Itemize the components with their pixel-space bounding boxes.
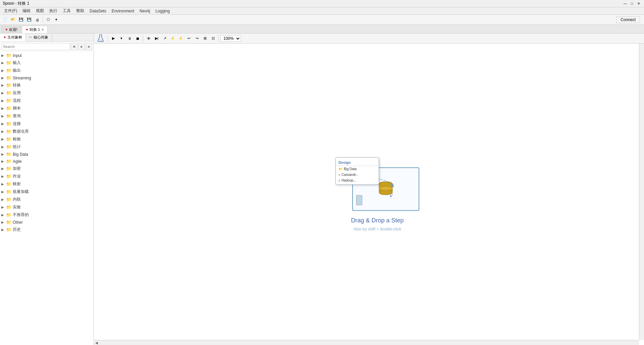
menubar-item-[interactable]: 视图: [33, 7, 47, 14]
menubar-item-neoj[interactable]: Neo4j: [137, 8, 153, 14]
print-button[interactable]: 🖨: [34, 16, 41, 23]
dropdown-item-cassandra: ≡ Cassandr...: [336, 172, 379, 178]
right-scrollbar[interactable]: [639, 44, 644, 340]
canvas-content[interactable]: Design 📁 Big Data ≡ Cassandr... ≡ Hadoop…: [94, 44, 644, 345]
folder-icon-3: 📁: [6, 75, 11, 80]
tree-label-12: 统计: [13, 144, 92, 150]
menubar-item-[interactable]: 编辑: [20, 7, 33, 14]
tree-item-8[interactable]: ▶ 📁 查询: [0, 112, 94, 120]
tree-arrow-14: ▶: [1, 159, 6, 163]
tree-label-3: Streaming: [13, 76, 92, 80]
tree-item-22[interactable]: ▶ 📁 Other: [0, 219, 94, 226]
menubar-item-environment[interactable]: Environment: [109, 8, 137, 14]
search-expand-button[interactable]: ≡: [78, 43, 85, 50]
layers-button[interactable]: ⬡: [45, 16, 52, 23]
btn9[interactable]: ↪: [193, 35, 201, 42]
tree-item-10[interactable]: ▶ 📁 数据仓库: [0, 128, 94, 135]
tree-item-23[interactable]: ▶ 📁 历史: [0, 226, 94, 233]
tree-item-20[interactable]: ▶ 📁 实验: [0, 203, 94, 211]
tree-item-17[interactable]: ▶ 📁 映射: [0, 180, 94, 188]
tab-close-icon[interactable]: ✕: [41, 28, 44, 31]
tree-arrow-10: ▶: [1, 130, 6, 133]
layers-dropdown[interactable]: ▾: [53, 16, 60, 23]
pause-button[interactable]: ⏸: [126, 35, 133, 42]
tree-item-12[interactable]: ▶ 📁 统计: [0, 143, 94, 151]
titlebar: Spoon - 转换 1 — □ ✕: [0, 0, 644, 7]
tree-arrow-17: ▶: [1, 182, 6, 186]
tree-item-3[interactable]: ▶ 📁 Streaming: [0, 74, 94, 81]
folder-icon-22: 📁: [6, 220, 11, 225]
tree-label-11: 检验: [13, 136, 92, 142]
tree-arrow-0: ▶: [1, 54, 6, 57]
maximize-button[interactable]: □: [629, 1, 635, 6]
run-dropdown[interactable]: ▾: [118, 35, 125, 42]
tree-item-16[interactable]: ▶ 📁 作业: [0, 172, 94, 180]
menubar-item-[interactable]: 工具: [60, 7, 73, 14]
tree-arrow-5: ▶: [1, 91, 6, 95]
tree-arrow-4: ▶: [1, 83, 6, 87]
folder-icon-16: 📁: [6, 174, 11, 179]
new-button[interactable]: 📄: [1, 16, 9, 23]
preview-button[interactable]: 👁: [145, 35, 152, 42]
tree-item-6[interactable]: ▶ 📁 流程: [0, 97, 94, 105]
app-title: Spoon - 转换 1: [3, 1, 29, 6]
menubar-item-datasets[interactable]: DataSets: [87, 8, 109, 14]
connect-button[interactable]: Connect: [616, 16, 640, 23]
tree-item-13[interactable]: ▶ 📁 Big Data: [0, 151, 94, 158]
folder-icon-8: 📁: [6, 114, 11, 119]
btn7[interactable]: ⚡: [177, 35, 184, 42]
menubar-item-f[interactable]: 文件(F): [1, 7, 20, 14]
tree-item-2[interactable]: ▶ 📁 输出: [0, 67, 94, 74]
tree-item-4[interactable]: ▶ 📁 转换: [0, 81, 94, 89]
stop-button[interactable]: ⏹: [134, 35, 141, 42]
search-input[interactable]: [1, 43, 70, 50]
tree-item-5[interactable]: ▶ 📁 应用: [0, 89, 94, 97]
search-clear-button[interactable]: ✕: [71, 43, 77, 50]
debug-button[interactable]: ▶|: [153, 35, 160, 42]
btn8[interactable]: ↩: [185, 35, 193, 42]
dropdown-popup: Design 📁 Big Data ≡ Cassandr... ≡ Hadoop…: [335, 157, 379, 185]
tree-label-22: Other: [13, 220, 92, 225]
window-controls: — □ ✕: [623, 1, 641, 6]
tab-transform[interactable]: ✦ 转换 1 ✕: [22, 26, 48, 33]
btn10[interactable]: ⊞: [201, 35, 209, 42]
drag-drop-illustration: Design 📁 Big Data ≡ Cassandr... ≡ Hadoop…: [335, 157, 419, 231]
tree-item-9[interactable]: ▶ 📁 连接: [0, 120, 94, 128]
menubar-item-[interactable]: 执行: [47, 7, 60, 14]
tree-label-10: 数据仓库: [13, 129, 92, 134]
tree-item-18[interactable]: ▶ 📁 批量加载: [0, 188, 94, 196]
tree-item-7[interactable]: ▶ 📁 脚本: [0, 105, 94, 112]
tab-welcome[interactable]: ✦ 欢迎!: [1, 26, 21, 33]
run-button[interactable]: ▶: [110, 35, 117, 42]
menubar-item-logging[interactable]: Logging: [153, 8, 172, 14]
save-as-button[interactable]: 💾: [25, 16, 33, 23]
tree-item-14[interactable]: ▶ 📁 Agile: [0, 158, 94, 165]
tree-label-0: Input: [13, 53, 92, 58]
close-button[interactable]: ✕: [636, 1, 641, 6]
scroll-arrow-left[interactable]: ◀: [94, 341, 99, 345]
btn11[interactable]: ⊡: [209, 35, 217, 42]
tree-item-0[interactable]: ▶ 📁 Input: [0, 52, 94, 59]
zoom-select[interactable]: 100% 75% 50% 150%: [220, 35, 241, 42]
tree-item-11[interactable]: ▶ 📁 检验: [0, 135, 94, 143]
tree-item-19[interactable]: ▶ 📁 内联: [0, 196, 94, 203]
search-collapse-button[interactable]: ≡: [86, 43, 92, 50]
bottom-scrollbar[interactable]: ◀: [94, 340, 639, 345]
tree-arrow-7: ▶: [1, 107, 6, 110]
tree-item-1[interactable]: ▶ 📁 输入: [0, 59, 94, 67]
open-button[interactable]: 📂: [9, 16, 17, 23]
tree-item-15[interactable]: ▶ 📁 加密: [0, 165, 94, 172]
tree-arrow-11: ▶: [1, 137, 6, 141]
tree-arrow-15: ▶: [1, 167, 6, 170]
panel-tab-core[interactable]: ✏ 核心对象: [26, 33, 52, 41]
panel-tab-main[interactable]: ✦ 主对象树: [0, 33, 26, 41]
tree-label-15: 加密: [13, 166, 92, 171]
tree-item-21[interactable]: ▶ 📁 不推荐的: [0, 211, 94, 219]
minimize-button[interactable]: —: [623, 1, 628, 6]
tree-label-2: 输出: [13, 68, 92, 73]
menubar-item-[interactable]: 整助: [73, 7, 87, 14]
step-button[interactable]: ↗: [161, 35, 168, 42]
save-button[interactable]: 💾: [17, 16, 25, 23]
canvas-area: ▶ ▾ ⏸ ⏹ 👁 ▶| ↗ ⚡ ⚡ ↩ ↪ ⊞ ⊡ 100% 75% 50% …: [94, 33, 644, 345]
btn6[interactable]: ⚡: [169, 35, 176, 42]
